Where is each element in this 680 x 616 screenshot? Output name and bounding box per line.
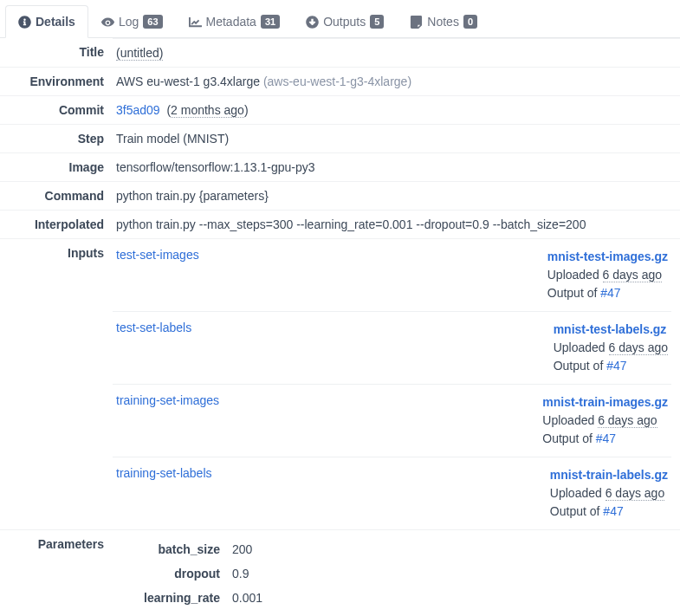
- output-ref-link[interactable]: #47: [600, 286, 620, 300]
- title-text[interactable]: (untitled): [116, 46, 163, 61]
- tab-log[interactable]: Log 63: [88, 5, 176, 38]
- row-value-image: tensorflow/tensorflow:1.13.1-gpu-py3: [113, 152, 680, 181]
- row-value-parameters: batch_size200dropout0.9learning_rate0.00…: [113, 529, 680, 616]
- row-value-environment: AWS eu-west-1 g3.4xlarge (aws-eu-west-1-…: [113, 67, 680, 95]
- input-row: training-set-imagesmnist-train-images.gz…: [113, 385, 671, 457]
- row-label-interpolated: Interpolated: [0, 210, 113, 238]
- input-name-link[interactable]: test-set-labels: [116, 321, 191, 334]
- input-file-link[interactable]: mnist-test-images.gz: [547, 250, 668, 263]
- output-prefix: Output of: [554, 359, 606, 373]
- note-icon: [410, 16, 423, 29]
- input-name-link[interactable]: training-set-labels: [116, 466, 212, 480]
- uploaded-prefix: Uploaded: [550, 486, 606, 500]
- row-label-title: Title: [0, 38, 113, 67]
- commit-age: 2 months ago: [171, 103, 244, 118]
- row-value-inputs: test-set-imagesmnist-test-images.gzUploa…: [113, 238, 680, 529]
- tab-label: Log: [119, 15, 139, 29]
- eye-icon: [101, 16, 114, 29]
- input-file-link[interactable]: mnist-test-labels.gz: [554, 322, 667, 336]
- row-value-title: (untitled): [113, 38, 680, 67]
- output-ref-link[interactable]: #47: [603, 504, 623, 518]
- param-value: 300: [229, 610, 671, 616]
- row-label-image: Image: [0, 152, 113, 181]
- tab-notes[interactable]: Notes 0: [397, 5, 490, 38]
- output-ref-link[interactable]: #47: [596, 431, 616, 445]
- input-name-link[interactable]: training-set-images: [116, 393, 219, 407]
- output-prefix: Output of: [550, 504, 603, 518]
- uploaded-age: 6 days ago: [606, 486, 665, 501]
- uploaded-age: 6 days ago: [598, 413, 657, 428]
- uploaded-age: 6 days ago: [609, 340, 669, 355]
- row-label-environment: Environment: [0, 67, 113, 95]
- tab-metadata[interactable]: Metadata 31: [176, 5, 294, 38]
- tab-label: Notes: [427, 15, 459, 29]
- tab-label: Details: [36, 15, 75, 29]
- uploaded-prefix: Uploaded: [554, 340, 609, 354]
- row-label-command: Command: [0, 181, 113, 210]
- row-value-commit: 3f5ad09 (2 months ago): [113, 95, 680, 124]
- param-key: learning_rate: [116, 586, 229, 610]
- tab-badge: 0: [463, 15, 477, 29]
- row-label-step: Step: [0, 124, 113, 152]
- env-name: AWS eu-west-1 g3.4xlarge: [116, 75, 260, 88]
- info-icon: [18, 16, 31, 29]
- input-name-link[interactable]: test-set-images: [116, 248, 199, 262]
- input-row: test-set-labelsmnist-test-labels.gzUploa…: [113, 312, 671, 385]
- download-icon: [306, 16, 319, 29]
- env-slug: (aws-eu-west-1-g3-4xlarge): [263, 75, 411, 88]
- tab-badge: 31: [261, 15, 280, 29]
- param-key: max_steps: [116, 610, 229, 616]
- tab-badge: 5: [370, 15, 384, 29]
- param-value: 0.001: [229, 586, 671, 610]
- input-file-link[interactable]: mnist-train-labels.gz: [550, 468, 668, 482]
- tabs-bar: Details Log 63 Metadata 31 Outputs 5 Not…: [0, 0, 680, 38]
- tab-details[interactable]: Details: [5, 5, 88, 38]
- row-value-command: python train.py {parameters}: [113, 181, 680, 210]
- tab-label: Metadata: [206, 15, 256, 29]
- tab-label: Outputs: [323, 15, 366, 29]
- param-value: 0.9: [229, 561, 671, 586]
- row-label-commit: Commit: [0, 95, 113, 124]
- input-row: test-set-imagesmnist-test-images.gzUploa…: [113, 239, 671, 312]
- input-file-link[interactable]: mnist-train-images.gz: [542, 395, 668, 409]
- details-list: Title (untitled) Environment AWS eu-west…: [0, 38, 680, 616]
- tab-outputs[interactable]: Outputs 5: [293, 5, 397, 38]
- uploaded-prefix: Uploaded: [542, 413, 598, 427]
- output-prefix: Output of: [542, 431, 595, 445]
- row-label-parameters: Parameters: [0, 529, 113, 616]
- chart-icon: [189, 16, 202, 29]
- param-key: batch_size: [116, 537, 229, 561]
- row-label-inputs: Inputs: [0, 238, 113, 529]
- commit-hash-link[interactable]: 3f5ad09: [116, 103, 160, 117]
- input-row: training-set-labelsmnist-train-labels.gz…: [113, 457, 671, 529]
- row-value-interpolated: python train.py --max_steps=300 --learni…: [113, 210, 680, 238]
- row-value-step: Train model (MNIST): [113, 124, 680, 152]
- uploaded-prefix: Uploaded: [547, 268, 603, 282]
- uploaded-age: 6 days ago: [603, 268, 663, 282]
- output-ref-link[interactable]: #47: [606, 359, 626, 373]
- param-key: dropout: [116, 561, 229, 586]
- tab-badge: 63: [143, 15, 162, 29]
- param-value: 200: [229, 537, 671, 561]
- output-prefix: Output of: [547, 286, 600, 300]
